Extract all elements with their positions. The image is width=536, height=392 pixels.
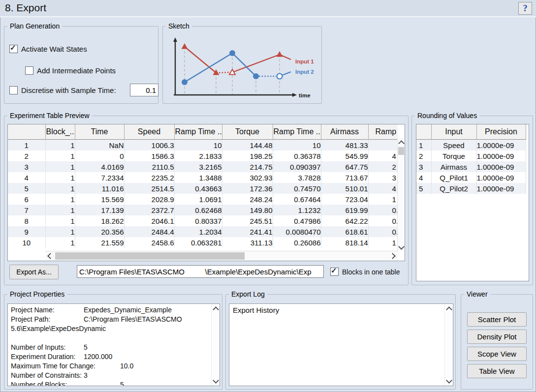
table-cell[interactable]: 11.016 — [75, 183, 124, 194]
table-cell[interactable]: 1 — [45, 205, 75, 215]
table-cell[interactable]: 510.01 — [321, 183, 368, 194]
table-cell[interactable]: 6 — [8, 194, 45, 205]
table-cell[interactable]: 0.74570 — [273, 183, 321, 194]
table-cell[interactable] — [368, 140, 398, 151]
table-cell[interactable]: 149.80 — [222, 205, 273, 215]
table-cell[interactable]: 241.41 — [222, 226, 273, 237]
table-cell[interactable]: 1 — [45, 172, 75, 183]
table-cell[interactable]: 4 — [368, 183, 398, 194]
table-cell[interactable]: 311.13 — [222, 237, 273, 248]
table-cell[interactable]: 15.569 — [75, 194, 124, 205]
table-cell[interactable]: 10 — [273, 140, 321, 151]
viewer-button[interactable]: Scatter Plot — [467, 312, 527, 327]
table-cell[interactable]: 2235.2 — [124, 172, 174, 183]
table-cell[interactable]: 1.1232 — [273, 205, 321, 215]
rounding-cell[interactable]: Q_Pilot2 — [431, 183, 476, 194]
log-scrollbar[interactable] — [444, 304, 453, 386]
scroll-up-button[interactable] — [445, 304, 453, 313]
table-cell[interactable]: 172.36 — [222, 183, 273, 194]
table-cell[interactable]: 2514.5 — [124, 183, 174, 194]
table-cell[interactable]: 0.36378 — [273, 151, 321, 161]
rounding-cell[interactable]: 3 — [416, 161, 431, 172]
table-cell[interactable]: NaN — [75, 140, 124, 151]
table-cell[interactable]: 1 — [8, 140, 45, 151]
table-cell[interactable]: 4 — [8, 172, 45, 183]
table-cell[interactable]: 214.75 — [222, 161, 273, 172]
table-cell[interactable]: 3.7828 — [273, 172, 321, 183]
table-cell[interactable]: 0.26086 — [273, 237, 321, 248]
table-cell[interactable]: 1006.3 — [124, 140, 174, 151]
viewer-button[interactable]: Scope View — [467, 347, 527, 361]
table-cell[interactable]: 1 — [45, 140, 75, 151]
table-cell[interactable]: 1.0691 — [174, 194, 222, 205]
scroll-down-button[interactable] — [398, 243, 405, 251]
table-cell[interactable]: 2046.1 — [124, 215, 174, 226]
table-cell[interactable]: 0.090397 — [273, 161, 321, 172]
table-cell[interactable]: 8 — [8, 215, 45, 226]
table-cell[interactable]: 17.139 — [75, 205, 124, 215]
table-cell[interactable]: 0.7 — [368, 205, 398, 215]
rounding-cell[interactable]: Q_Pilot1 — [431, 172, 476, 183]
table-cell[interactable]: 1 — [45, 151, 75, 161]
table-cell[interactable]: 1586.3 — [124, 151, 174, 161]
table-cell[interactable]: 10 — [8, 237, 45, 248]
table-cell[interactable]: 647.75 — [321, 161, 368, 172]
table-cell[interactable]: 0.62468 — [174, 205, 222, 215]
table-cell[interactable]: 1.3488 — [174, 172, 222, 183]
blocks-in-one-table-checkbox[interactable]: ✓ — [330, 268, 339, 276]
viewer-button[interactable]: Density Plot — [467, 330, 527, 344]
table-cell[interactable]: 3 — [368, 172, 398, 183]
vertical-scroll-thumb[interactable] — [398, 147, 404, 155]
table-cell[interactable]: 1 — [45, 161, 75, 172]
table-cell[interactable]: 198.25 — [222, 151, 273, 161]
rounding-cell[interactable]: 1.0000e-09 — [476, 183, 526, 194]
table-cell[interactable]: 2484.4 — [124, 226, 174, 237]
table-cell[interactable]: 10 — [174, 140, 222, 151]
table-cell[interactable]: 21.559 — [75, 237, 124, 248]
table-cell[interactable]: 0.67464 — [273, 194, 321, 205]
table-cell[interactable]: 9 — [8, 226, 45, 237]
discretise-checkbox[interactable] — [9, 86, 18, 94]
scroll-up-button[interactable] — [212, 304, 220, 313]
table-cell[interactable]: 2458.6 — [124, 237, 174, 248]
rounding-cell[interactable]: 1.0000e-09 — [476, 140, 526, 151]
table-cell[interactable]: 0.0080470 — [273, 226, 321, 237]
table-cell[interactable]: 2 — [368, 161, 398, 172]
table-cell[interactable]: 144.48 — [222, 140, 273, 151]
rounding-cell[interactable]: Airmass — [431, 161, 476, 172]
table-cell[interactable]: 4.0169 — [75, 161, 124, 172]
table-cell[interactable]: 3.2165 — [174, 161, 222, 172]
table-cell[interactable]: 481.33 — [321, 140, 368, 151]
help-button[interactable]: ? — [518, 2, 532, 15]
table-cell[interactable]: 1 — [45, 237, 75, 248]
table-cell[interactable]: 1 — [45, 194, 75, 205]
table-cell[interactable]: 0.47986 — [273, 215, 321, 226]
rounding-cell[interactable]: 4 — [416, 172, 431, 183]
table-cell[interactable]: 1 — [368, 194, 398, 205]
table-cell[interactable]: 0.063281 — [174, 237, 222, 248]
table-cell[interactable]: 7.2334 — [75, 172, 124, 183]
table-cell[interactable]: 0.80337 — [174, 215, 222, 226]
properties-scrollbar[interactable] — [211, 304, 220, 386]
rounding-cell[interactable]: 1.0000e-09 — [476, 172, 526, 183]
scroll-down-button[interactable] — [445, 377, 453, 386]
activate-wait-states-checkbox[interactable]: ✓ — [9, 45, 18, 53]
table-cell[interactable]: 7 — [8, 205, 45, 215]
scroll-down-button[interactable] — [212, 377, 220, 386]
table-cell[interactable]: 2372.7 — [124, 205, 174, 215]
table-cell[interactable]: 2 — [8, 151, 45, 161]
export-as-button[interactable]: Export As... — [9, 265, 59, 279]
table-cell[interactable]: 2110.5 — [124, 161, 174, 172]
table-cell[interactable]: 2028.9 — [124, 194, 174, 205]
table-cell[interactable]: 3 — [8, 161, 45, 172]
rounding-cell[interactable]: 5 — [416, 183, 431, 194]
horizontal-scrollbar[interactable] — [45, 251, 398, 261]
table-cell[interactable]: 545.99 — [321, 151, 368, 161]
add-intermediate-points-checkbox[interactable] — [25, 66, 33, 75]
table-cell[interactable]: 818.14 — [321, 237, 368, 248]
rounding-cell[interactable]: 2 — [416, 151, 431, 161]
table-cell[interactable]: 723.04 — [321, 194, 368, 205]
table-cell[interactable]: 5 — [8, 183, 45, 194]
table-cell[interactable]: 4 — [368, 151, 398, 161]
table-cell[interactable]: 0.4 — [368, 215, 398, 226]
